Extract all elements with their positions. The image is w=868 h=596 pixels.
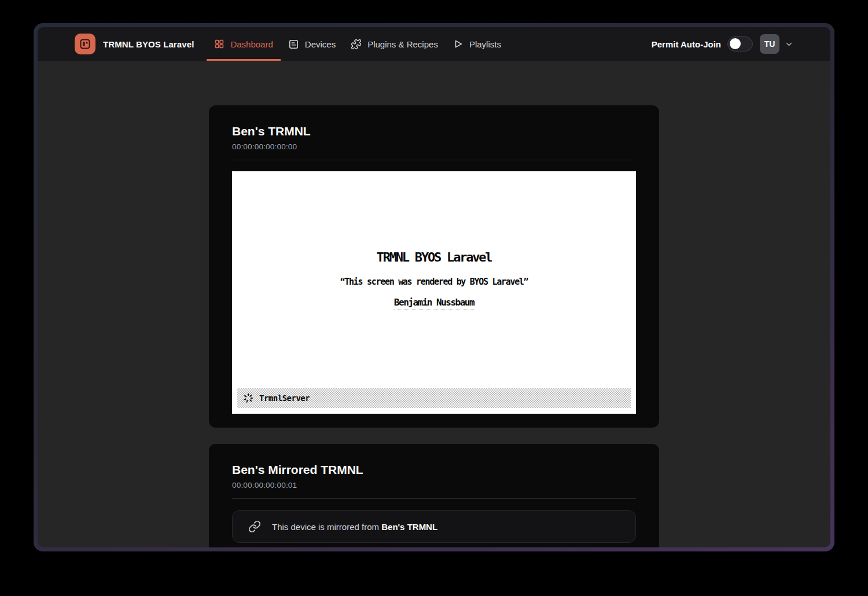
permit-auto-join-toggle[interactable] xyxy=(727,36,753,51)
nav-item-label: Plugins & Recipes xyxy=(367,39,438,49)
device-mac-address: 00:00:00:00:00:00 xyxy=(232,142,636,151)
screen-title: TRMNL BYOS Laravel xyxy=(377,250,492,264)
screen-content: TRMNL BYOS Laravel “This screen was rend… xyxy=(232,171,636,388)
nav-item-label: Devices xyxy=(305,39,336,49)
permit-auto-join-label: Permit Auto-Join xyxy=(652,39,721,49)
nav-item-label: Dashboard xyxy=(230,39,273,49)
app-window: TRMNL BYOS Laravel Dashboard xyxy=(38,27,830,547)
card-divider xyxy=(232,160,636,160)
active-tab-underline xyxy=(207,59,280,61)
nav-item-dashboard[interactable]: Dashboard xyxy=(207,27,280,61)
device-card-bens-trmnl: Ben's TRMNL 00:00:00:00:00:00 TRMNL BYOS… xyxy=(209,105,659,428)
content-column: Ben's TRMNL 00:00:00:00:00:00 TRMNL BYOS… xyxy=(209,61,659,547)
toggle-knob xyxy=(730,38,741,49)
nav-item-label: Playlists xyxy=(469,39,501,49)
user-menu-button[interactable] xyxy=(785,40,793,49)
user-avatar[interactable]: TU xyxy=(760,34,779,54)
brand[interactable]: TRMNL BYOS Laravel xyxy=(75,34,194,54)
chevron-down-icon xyxy=(785,40,793,49)
nav-item-devices[interactable]: Devices xyxy=(281,27,343,61)
card-divider xyxy=(232,498,636,499)
device-name: Ben's Mirrored TRMNL xyxy=(232,462,636,477)
navbar-right: Permit Auto-Join TU xyxy=(652,34,793,54)
trmnl-logo xyxy=(75,34,95,54)
device-mac-address: 00:00:00:00:00:01 xyxy=(232,481,636,490)
spinner-icon xyxy=(242,392,254,404)
screen-list-icon xyxy=(288,39,299,50)
top-navbar: TRMNL BYOS Laravel Dashboard xyxy=(38,27,830,61)
puzzle-icon xyxy=(351,39,362,50)
screen-author: Benjamin Nussbaum xyxy=(394,297,474,310)
main-nav: Dashboard Devices Plugins & Recipes xyxy=(207,27,509,61)
screen-quote: “This screen was rendered by BYOS Larave… xyxy=(340,277,528,287)
trmnl-device-icon xyxy=(78,37,92,51)
app-window-frame: TRMNL BYOS Laravel Dashboard xyxy=(34,23,834,551)
play-icon xyxy=(453,39,464,49)
nav-item-plugins-recipes[interactable]: Plugins & Recipes xyxy=(343,27,446,61)
main-content: Ben's TRMNL 00:00:00:00:00:00 TRMNL BYOS… xyxy=(38,61,830,547)
device-name: Ben's TRMNL xyxy=(232,124,636,138)
nav-item-playlists[interactable]: Playlists xyxy=(446,27,509,61)
app-title: TRMNL BYOS Laravel xyxy=(103,39,194,49)
device-card-bens-mirrored-trmnl: Ben's Mirrored TRMNL 00:00:00:00:00:01 T… xyxy=(209,444,659,547)
mirror-notice-text: This device is mirrored from Ben's TRMNL xyxy=(272,522,437,532)
mirror-notice-prefix: This device is mirrored from xyxy=(272,522,381,532)
grid-icon xyxy=(214,39,225,49)
device-screen-preview: TRMNL BYOS Laravel “This screen was rend… xyxy=(232,171,636,414)
mirror-source-device: Ben's TRMNL xyxy=(381,522,437,532)
screen-title-bar: TrmnlServer xyxy=(237,388,631,408)
mirror-notice: This device is mirrored from Ben's TRMNL xyxy=(232,510,636,543)
screen-status-label: TrmnlServer xyxy=(259,393,310,403)
link-icon xyxy=(248,520,261,533)
